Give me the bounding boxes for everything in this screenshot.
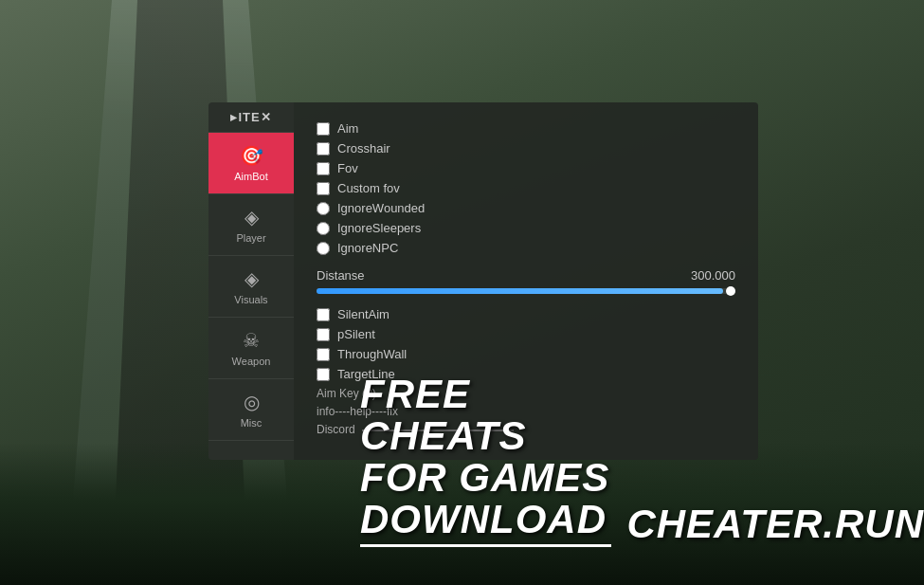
discord-text: Discord: [317, 423, 355, 436]
distance-value: 300.000: [691, 268, 735, 283]
sidebar: ▸ITE✕ 🎯 AimBot ◈ Player ◈ Visuals ☠ Weap…: [208, 102, 294, 460]
sidebar-item-aimbot-label: AimBot: [234, 171, 267, 182]
watermark-line3: DOWNLOAD: [360, 499, 611, 540]
sidebar-item-aimbot[interactable]: 🎯 AimBot: [208, 133, 294, 194]
checkbox-aim[interactable]: [317, 122, 330, 136]
checkbox-custom-fov[interactable]: [317, 182, 330, 195]
checkbox-psilent-row: pSilent: [317, 327, 735, 341]
radio-ignore-wounded-row: IgnoreWounded: [317, 201, 735, 215]
distance-label-row: Distanse 300.000: [317, 268, 735, 283]
distance-slider-section: Distanse 300.000: [317, 268, 735, 294]
checkbox-silentaim-label: SilentAim: [337, 307, 390, 321]
checkbox-fov-label: Fov: [337, 161, 358, 175]
watermark-left: FREE CHEATS FOR GAMES DOWNLOAD: [360, 374, 611, 547]
radio-ignore-npc-label: IgnoreNPC: [337, 241, 398, 255]
checkbox-targetline[interactable]: [317, 368, 330, 381]
distance-slider-fill: [317, 288, 723, 294]
checkbox-crosshair[interactable]: [317, 142, 330, 155]
radio-ignore-sleepers-row: IgnoreSleepers: [317, 221, 735, 235]
radio-ignore-sleepers-label: IgnoreSleepers: [337, 221, 421, 235]
checkbox-crosshair-row: Crosshair: [317, 141, 735, 155]
checkbox-throughwall-label: ThroughWall: [337, 347, 407, 361]
checkbox-custom-fov-label: Custom fov: [337, 181, 400, 195]
watermark-line1: FREE CHEATS: [360, 374, 611, 457]
visuals-icon: ◈: [245, 267, 259, 290]
radio-ignore-npc[interactable]: [317, 242, 330, 255]
watermark: FREE CHEATS FOR GAMES DOWNLOAD CHEATER.R…: [360, 374, 924, 547]
checkbox-silentaim-row: SilentAim: [317, 307, 735, 321]
radio-ignore-wounded-label: IgnoreWounded: [337, 201, 425, 215]
checkbox-psilent[interactable]: [317, 328, 330, 341]
checkbox-fov-row: Fov: [317, 161, 735, 175]
distance-label: Distanse: [317, 268, 365, 283]
sidebar-item-visuals-label: Visuals: [234, 294, 267, 305]
sidebar-item-misc-label: Misc: [241, 417, 263, 429]
distance-slider-thumb[interactable]: [726, 286, 735, 296]
sidebar-item-player-label: Player: [236, 232, 265, 244]
checkbox-crosshair-label: Crosshair: [337, 141, 390, 155]
sidebar-item-weapon-label: Weapon: [232, 356, 271, 367]
checkbox-aim-row: Aim: [317, 121, 735, 136]
aimbot-icon: 🎯: [240, 144, 263, 167]
sidebar-header: ▸ITE✕: [208, 102, 294, 133]
weapon-icon: ☠: [243, 329, 260, 352]
checkbox-throughwall-row: ThroughWall: [317, 347, 735, 361]
checkbox-fov[interactable]: [317, 162, 330, 175]
checkbox-psilent-label: pSilent: [337, 327, 375, 341]
checkbox-silentaim[interactable]: [317, 308, 330, 321]
player-icon: ◈: [245, 206, 259, 229]
checkbox-throughwall[interactable]: [317, 348, 330, 361]
sidebar-item-visuals[interactable]: ◈ Visuals: [208, 256, 294, 318]
misc-icon: ◎: [244, 391, 260, 413]
watermark-line2: FOR GAMES: [360, 457, 611, 499]
radio-ignore-sleepers[interactable]: [317, 222, 330, 235]
sidebar-item-misc[interactable]: ◎ Misc: [208, 379, 294, 441]
distance-slider-bar[interactable]: [317, 288, 735, 294]
checkbox-aim-label: Aim: [337, 121, 358, 136]
watermark-underline: [360, 544, 611, 547]
radio-ignore-npc-row: IgnoreNPC: [317, 241, 735, 255]
checkbox-custom-fov-row: Custom fov: [317, 181, 735, 195]
sidebar-item-weapon[interactable]: ☠ Weapon: [208, 318, 294, 379]
watermark-right: CHEATER.RUN: [626, 502, 924, 547]
radio-ignore-wounded[interactable]: [317, 202, 330, 215]
sidebar-item-player[interactable]: ◈ Player: [208, 194, 294, 256]
